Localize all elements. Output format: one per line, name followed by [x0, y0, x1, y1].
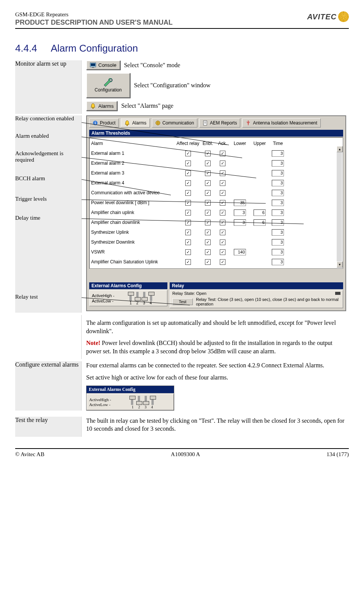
table-scrollbar[interactable]: ▲ ▼ [337, 146, 342, 268]
affect-relay-checkbox[interactable] [185, 210, 191, 216]
doc-type: PRODUCT DESCRIPTION AND USER'S MANUAL [15, 19, 173, 27]
enable-checkbox[interactable] [205, 190, 211, 196]
time-input[interactable] [272, 259, 284, 265]
time-input[interactable] [272, 160, 284, 167]
ack-checkbox[interactable] [220, 151, 225, 156]
ack-checkbox[interactable] [220, 161, 225, 166]
enable-checkbox[interactable] [205, 210, 211, 216]
configure-ext-p1: Four external alarms can be connected to… [86, 361, 349, 370]
affect-relay-checkbox[interactable] [185, 249, 191, 255]
enable-checkbox[interactable] [205, 239, 211, 245]
affect-relay-checkbox[interactable] [185, 151, 191, 156]
scroll-down-button[interactable]: ▼ [337, 261, 343, 268]
ack-checkbox[interactable] [220, 239, 225, 245]
note-body: Power level downlink (BCCH) should be ad… [86, 340, 332, 354]
enable-checkbox[interactable] [205, 151, 211, 156]
scroll-thumb[interactable] [337, 152, 342, 261]
affect-relay-checkbox[interactable] [185, 200, 191, 206]
lower-input[interactable] [234, 209, 246, 216]
ext-alarm-slider[interactable] [151, 396, 154, 405]
affect-relay-checkbox[interactable] [185, 230, 191, 235]
time-input[interactable] [272, 209, 284, 216]
slider-thumb[interactable] [142, 297, 148, 301]
time-input[interactable] [272, 249, 284, 255]
section-title-text: Alarm Configuration [51, 43, 138, 54]
enable-checkbox[interactable] [205, 230, 211, 235]
ext-alarm-slider[interactable] [150, 292, 152, 301]
enable-checkbox[interactable] [205, 170, 211, 176]
header-rule [15, 28, 349, 29]
document-icon [203, 120, 208, 126]
ext-alarm-slider[interactable] [136, 292, 139, 301]
lower-input[interactable] [234, 219, 246, 226]
time-input[interactable] [272, 170, 284, 176]
ack-checkbox[interactable] [220, 220, 225, 225]
scroll-up-button[interactable]: ▲ [337, 146, 343, 152]
upper-input[interactable] [254, 209, 266, 216]
alarm-name: Amplifier chain uplink [91, 210, 175, 215]
alarm-table: Alarm Affect relay Enbl. Ack. Lower Uppe… [89, 137, 343, 269]
slider-thumb[interactable] [143, 401, 149, 405]
section-heading: 4.4.4 Alarm Configuration [15, 43, 349, 54]
affect-relay-checkbox[interactable] [185, 161, 191, 166]
relay-test-button[interactable]: Test [172, 298, 193, 305]
affect-relay-checkbox[interactable] [185, 190, 191, 196]
ext-alarm-slider[interactable] [129, 292, 132, 301]
time-input[interactable] [272, 229, 284, 236]
tab-alarms[interactable]: Alarms [121, 118, 150, 128]
affect-relay-checkbox[interactable] [185, 259, 191, 265]
svg-point-14 [127, 125, 128, 126]
alarm-name: External alarm 1 [91, 151, 175, 156]
slider-thumb[interactable] [128, 292, 134, 296]
ack-checkbox[interactable] [220, 200, 225, 206]
ext-alarm-slider[interactable] [138, 396, 140, 405]
slider-thumb[interactable] [129, 396, 136, 400]
col-upper: Upper [251, 141, 269, 146]
ack-checkbox[interactable] [220, 190, 225, 196]
time-input[interactable] [272, 200, 284, 206]
slider-thumb[interactable] [150, 396, 156, 400]
ack-checkbox[interactable] [220, 230, 225, 235]
label-bcch-alarm: BCCH alarm [15, 175, 80, 182]
ext-alarm-slider[interactable] [143, 292, 145, 301]
enable-checkbox[interactable] [205, 259, 211, 265]
time-input[interactable] [272, 180, 284, 186]
enable-checkbox[interactable] [205, 161, 211, 166]
affect-relay-checkbox[interactable] [185, 180, 191, 186]
ext-alarm-slider[interactable] [131, 396, 133, 405]
console-label: Console [98, 62, 117, 68]
tab-product[interactable]: i Product [89, 118, 119, 128]
ack-checkbox[interactable] [220, 210, 225, 216]
alarms-page-button[interactable]: Alarms [86, 101, 117, 111]
console-mode-button[interactable]: Console [86, 60, 120, 70]
time-input[interactable] [272, 150, 284, 157]
tab-antenna[interactable]: Antenna Isolation Measurement [242, 118, 320, 128]
upper-input[interactable] [254, 219, 266, 226]
slider-thumb[interactable] [136, 401, 142, 405]
enable-checkbox[interactable] [205, 180, 211, 186]
slider-number: 4 [150, 301, 152, 305]
slider-number: 2 [136, 301, 139, 305]
lower-input[interactable] [234, 200, 246, 206]
lower-input[interactable] [234, 249, 246, 255]
ack-checkbox[interactable] [220, 170, 225, 176]
configuration-window-button[interactable]: Configuration [86, 73, 130, 98]
alarm-row: External alarm 4 [91, 178, 341, 188]
enable-checkbox[interactable] [205, 249, 211, 255]
affect-relay-checkbox[interactable] [185, 220, 191, 225]
ext-alarm-slider[interactable] [145, 396, 147, 405]
time-input[interactable] [272, 239, 284, 246]
slider-thumb[interactable] [135, 297, 141, 301]
ack-checkbox[interactable] [220, 180, 225, 186]
ack-checkbox[interactable] [220, 249, 225, 255]
enable-checkbox[interactable] [205, 200, 211, 206]
time-input[interactable] [272, 219, 284, 226]
slider-thumb[interactable] [148, 292, 154, 296]
tab-communication[interactable]: Communication [152, 118, 197, 128]
time-input[interactable] [272, 190, 284, 196]
ack-checkbox[interactable] [220, 259, 225, 265]
affect-relay-checkbox[interactable] [185, 170, 191, 176]
tab-aem[interactable]: AEM Reports [199, 118, 240, 128]
affect-relay-checkbox[interactable] [185, 239, 191, 245]
enable-checkbox[interactable] [205, 220, 211, 225]
